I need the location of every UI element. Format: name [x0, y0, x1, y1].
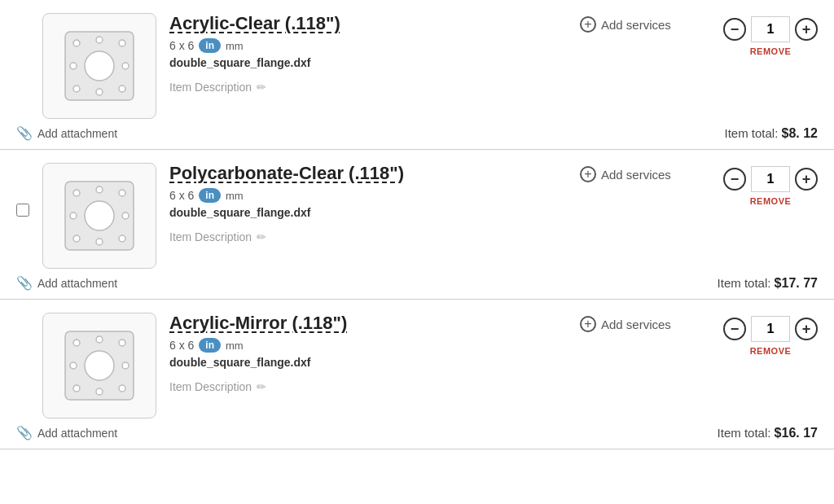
item-total-prefix-2: Item total:: [718, 276, 771, 290]
item-total-value-3: $16. 17: [775, 426, 818, 440]
item-filename-1: double_square_flange.dxf: [169, 56, 567, 69]
add-attachment-label-3: Add attachment: [37, 427, 117, 440]
svg-point-3: [119, 40, 125, 46]
item-total-value-2: $17. 77: [775, 276, 818, 290]
qty-increase-btn-2[interactable]: +: [795, 168, 818, 191]
qty-decrease-btn-2[interactable]: −: [723, 168, 746, 191]
item-total-1: Item total: $8. 12: [724, 126, 818, 141]
paperclip-icon-1: 📎: [16, 125, 33, 141]
checkbox-input-2[interactable]: [16, 204, 29, 217]
item-total-3: Item total: $16. 17: [718, 426, 818, 440]
remove-btn-1[interactable]: REMOVE: [750, 46, 792, 56]
item-checkbox-2[interactable]: [16, 163, 29, 217]
svg-point-11: [85, 201, 114, 230]
unit-label-mm-1: mm: [226, 40, 244, 52]
paperclip-icon-2: 📎: [16, 275, 33, 291]
svg-point-15: [119, 235, 125, 242]
add-services-btn-3[interactable]: + Add services: [580, 313, 710, 332]
add-attachment-2[interactable]: 📎 Add attachment: [16, 275, 117, 291]
qty-input-1[interactable]: [751, 16, 790, 42]
qty-input-2[interactable]: [751, 166, 790, 192]
unit-badge-in-3[interactable]: in: [199, 338, 221, 353]
item-description-label-3: Item Description: [169, 380, 252, 393]
item-dimensions-3: 6 x 6: [169, 339, 194, 352]
item-filename-3: double_square_flange.dxf: [169, 356, 567, 369]
quantity-controls-1: − + REMOVE: [723, 13, 818, 56]
item-description-row-2: Item Description ✏: [169, 230, 567, 243]
unit-badge-in-2[interactable]: in: [199, 188, 221, 203]
unit-badge-in-1[interactable]: in: [199, 38, 221, 53]
qty-decrease-btn-3[interactable]: −: [723, 318, 746, 340]
remove-btn-3[interactable]: REMOVE: [750, 346, 792, 356]
qty-decrease-btn-1[interactable]: −: [723, 18, 746, 41]
svg-point-5: [119, 85, 125, 92]
add-services-plus-icon-1: +: [580, 16, 596, 33]
add-services-label-1: Add services: [601, 18, 671, 32]
item-details-1: Acrylic-Clear (.118") 6 x 6 in mm double…: [169, 13, 567, 94]
item-description-label-1: Item Description: [169, 81, 252, 94]
item-details-3: Acrylic-Mirror (.118") 6 x 6 in mm doubl…: [169, 313, 567, 393]
item-description-row-1: Item Description ✏: [169, 81, 567, 94]
item-filename-2: double_square_flange.dxf: [169, 206, 567, 219]
add-services-plus-icon-2: +: [580, 166, 596, 182]
item-total-prefix-1: Item total:: [724, 126, 778, 140]
cart-item-1: Acrylic-Clear (.118") 6 x 6 in mm double…: [0, 0, 834, 150]
svg-point-27: [96, 388, 103, 395]
svg-point-22: [73, 340, 80, 346]
item-name-3[interactable]: Acrylic-Mirror (.118"): [169, 313, 567, 334]
paperclip-icon-3: 📎: [16, 425, 33, 440]
edit-description-icon-3[interactable]: ✏: [257, 380, 266, 393]
edit-description-icon-1[interactable]: ✏: [257, 81, 266, 94]
svg-point-2: [73, 40, 80, 46]
qty-increase-btn-3[interactable]: +: [795, 318, 818, 340]
svg-point-13: [119, 190, 125, 196]
add-services-btn-1[interactable]: + Add services: [580, 13, 710, 33]
item-total-2: Item total: $17. 77: [718, 276, 818, 291]
svg-point-14: [73, 235, 80, 242]
item-dimensions-2: 6 x 6: [169, 189, 194, 202]
item-description-label-2: Item Description: [169, 230, 252, 243]
svg-point-12: [73, 190, 80, 196]
unit-label-mm-2: mm: [226, 190, 244, 202]
cart-item-3: Acrylic-Mirror (.118") 6 x 6 in mm doubl…: [0, 300, 834, 449]
add-services-btn-2[interactable]: + Add services: [580, 163, 710, 182]
add-services-plus-icon-3: +: [580, 316, 596, 332]
qty-input-3[interactable]: [751, 316, 790, 342]
item-total-value-1: $8. 12: [782, 126, 818, 140]
item-image-2: [42, 163, 156, 269]
item-details-2: Polycarbonate-Clear (.118") 6 x 6 in mm …: [169, 163, 567, 243]
svg-point-19: [122, 213, 129, 219]
svg-point-24: [73, 385, 80, 392]
svg-point-21: [85, 351, 114, 380]
svg-point-4: [73, 85, 80, 92]
svg-point-7: [96, 89, 103, 95]
item-total-prefix-3: Item total:: [718, 426, 771, 440]
quantity-controls-2: − + REMOVE: [723, 163, 818, 206]
svg-point-29: [122, 362, 129, 369]
svg-point-23: [119, 340, 125, 346]
add-services-label-3: Add services: [601, 318, 671, 331]
svg-point-16: [96, 186, 103, 193]
svg-point-28: [70, 362, 77, 369]
svg-point-25: [119, 385, 125, 392]
svg-point-9: [122, 63, 129, 69]
remove-btn-2[interactable]: REMOVE: [750, 196, 792, 206]
add-attachment-3[interactable]: 📎 Add attachment: [16, 425, 117, 440]
item-image-3: [42, 313, 156, 419]
quantity-controls-3: − + REMOVE: [723, 313, 818, 356]
item-name-1[interactable]: Acrylic-Clear (.118"): [169, 13, 567, 34]
add-services-label-2: Add services: [601, 168, 671, 182]
cart-item-2: Polycarbonate-Clear (.118") 6 x 6 in mm …: [0, 150, 834, 300]
svg-point-1: [85, 51, 114, 81]
svg-point-6: [96, 37, 103, 43]
edit-description-icon-2[interactable]: ✏: [257, 230, 266, 243]
svg-point-26: [96, 336, 103, 343]
svg-point-8: [70, 63, 77, 69]
item-description-row-3: Item Description ✏: [169, 380, 567, 393]
svg-point-18: [70, 213, 77, 219]
add-attachment-label-1: Add attachment: [37, 127, 117, 140]
qty-increase-btn-1[interactable]: +: [795, 18, 818, 41]
item-name-2[interactable]: Polycarbonate-Clear (.118"): [169, 163, 567, 184]
add-attachment-1[interactable]: 📎 Add attachment: [16, 125, 117, 141]
add-attachment-label-2: Add attachment: [37, 277, 117, 290]
